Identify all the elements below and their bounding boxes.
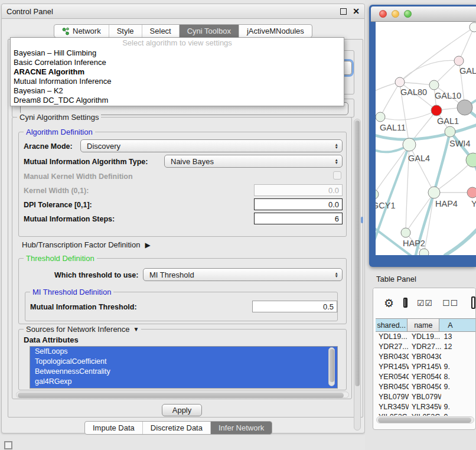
table-cell: 8. — [441, 372, 476, 382]
column-header[interactable]: name — [407, 319, 439, 331]
attr-list-scrollbar-thumb[interactable] — [330, 349, 334, 382]
dropdown-item[interactable]: Bayesian – K2 — [11, 86, 344, 96]
data-attribute-item[interactable]: SelfLoops — [30, 347, 337, 357]
dropdown-item[interactable]: Mutual Information Inference — [11, 77, 344, 86]
data-attributes-list[interactable]: SelfLoopsTopologicalCoefficientBetweenne… — [30, 346, 338, 389]
network-node[interactable] — [470, 22, 476, 32]
manual-kernel-width-label: Manual Kernel Width Definition — [24, 172, 133, 181]
network-node-label: GAL80 — [400, 87, 427, 97]
tab-label: Network — [73, 27, 101, 35]
export-table-icon[interactable] — [471, 296, 475, 309]
table-cell: YBR043C — [409, 352, 441, 362]
zoom-traffic-light-icon[interactable] — [404, 10, 412, 18]
tab-cyni-toolbox[interactable]: Cyni Toolbox — [179, 25, 239, 37]
table-row[interactable]: YDL19...YDL19...13 — [376, 332, 476, 342]
data-attribute-item[interactable]: BetweennessCentrality — [30, 367, 337, 377]
table-horizontal-scrollbar[interactable] — [376, 416, 474, 423]
select-all-checkboxes-icon[interactable]: ☑☑ — [417, 298, 433, 308]
table-cell: YLR345W — [409, 402, 441, 412]
table-row[interactable]: YLR345WYLR345W9. — [376, 402, 476, 412]
mi-steps-field[interactable]: 6 — [254, 213, 343, 224]
data-attribute-item[interactable]: TopologicalCoefficient — [30, 357, 337, 367]
network-node[interactable] — [428, 187, 440, 198]
kernel-width-field[interactable]: 0.0 — [254, 184, 343, 196]
tab-select[interactable]: Select — [142, 25, 179, 37]
sources-group-label: Sources for Network Inference — [26, 325, 130, 334]
aracne-mode-combobox[interactable]: Discovery ▲▼ — [80, 139, 343, 152]
dropdown-item[interactable]: ARACNE Algorithm — [11, 67, 344, 77]
settings-vertical-scrollbar-thumb[interactable] — [355, 120, 360, 386]
manual-kernel-width-checkbox[interactable] — [333, 171, 341, 180]
tab-network[interactable]: Network — [54, 25, 109, 37]
table-horizontal-scrollbar-thumb[interactable] — [378, 418, 471, 423]
dropdown-item[interactable]: Bayesian – Hill Climbing — [11, 48, 344, 58]
tab-impute-data[interactable]: Impute Data — [85, 422, 142, 434]
control-panel-title: Control Panel — [6, 7, 53, 16]
tab-discretize-data[interactable]: Discretize Data — [142, 422, 210, 434]
float-window-icon[interactable] — [340, 8, 347, 15]
node-table: shared...nameA YDL19...YDL19...13YDR27..… — [376, 318, 476, 416]
network-node[interactable] — [467, 187, 476, 198]
table-row[interactable]: YIL052CYIL052C9 — [376, 412, 476, 416]
attr-list-scrollbar[interactable] — [328, 347, 335, 386]
table-cell — [441, 392, 476, 402]
hub-definition-toggle[interactable]: Hub/Transcription Factor Definition ▶ — [22, 240, 151, 249]
table-row[interactable]: YBR043CYBR043C — [376, 352, 476, 362]
network-node[interactable] — [431, 105, 442, 116]
table-row[interactable]: YBL079WYBL079W — [376, 392, 476, 402]
tab-jactivemnodules[interactable]: jActiveMNodules — [239, 25, 312, 37]
cyni-algorithm-settings-group: Cyni Algorithm Settings Algorithm Defini… — [12, 117, 352, 399]
network-node[interactable] — [445, 126, 455, 137]
tab-infer-network[interactable]: Infer Network — [210, 422, 272, 434]
hub-definition-label: Hub/Transcription Factor Definition — [22, 240, 140, 249]
tab-style[interactable]: Style — [109, 25, 142, 37]
table-cell: YBR045C — [376, 382, 409, 392]
network-canvas[interactable]: GALGAL80GAL10GAL1GAL11SWI4GAL4GCY1HAP4YH… — [376, 22, 476, 255]
network-node[interactable] — [454, 56, 464, 66]
column-layout-icon[interactable] — [403, 298, 407, 308]
network-node[interactable] — [376, 112, 385, 122]
network-node[interactable] — [403, 138, 416, 151]
network-node[interactable] — [419, 249, 429, 255]
column-header[interactable]: shared... — [376, 319, 407, 331]
minimize-traffic-light-icon[interactable] — [392, 10, 399, 18]
table-cell: YPR145W — [376, 362, 409, 372]
settings-vertical-scrollbar[interactable] — [354, 119, 361, 431]
bottom-tabbar: Impute DataDiscretize DataInfer Network — [84, 421, 272, 435]
table-row[interactable]: YER054CYER054C8. — [376, 372, 476, 382]
dropdown-item[interactable]: Basic Correlation Inference — [11, 58, 344, 67]
control-panel-window: Control Panel ✕ NetworkStyleSelectCyni T… — [1, 4, 365, 433]
network-node[interactable] — [457, 100, 472, 115]
mi-threshold-group: MI Threshold Definition Mutual Informati… — [25, 292, 338, 321]
table-row[interactable]: YBR045CYBR045C9. — [376, 382, 476, 392]
column-header[interactable]: A — [439, 319, 476, 331]
network-node[interactable] — [429, 80, 439, 90]
sources-group-label-wrap[interactable]: Sources for Network Inference ▼ — [24, 325, 141, 334]
gear-icon[interactable]: ⚙ — [384, 296, 394, 309]
network-node[interactable] — [395, 77, 405, 87]
network-node[interactable] — [401, 228, 410, 237]
dpi-tolerance-field[interactable]: 0.0 — [254, 198, 343, 210]
table-row[interactable]: YPR145WYPR145W9. — [376, 362, 476, 372]
table-cell: 9. — [441, 402, 476, 412]
table-cell: 9. — [441, 362, 476, 372]
data-attribute-item[interactable]: gal4RGexp — [30, 377, 337, 387]
table-row[interactable]: YDR27...YDR27...12 — [376, 342, 476, 352]
table-body: YDL19...YDL19...13YDR27...YDR27...12YBR0… — [376, 332, 476, 416]
dock-widget-icon[interactable] — [4, 441, 12, 449]
mi-algorithm-type-combobox[interactable]: Naive Bayes ▲▼ — [164, 155, 343, 168]
settings-horizontal-scrollbar-thumb[interactable] — [18, 393, 344, 398]
apply-button[interactable]: Apply — [162, 404, 202, 416]
close-icon[interactable]: ✕ — [353, 8, 360, 15]
splitter-handle[interactable] — [361, 217, 363, 223]
algorithm-dropdown: Select algorithm to view settings Bayesi… — [10, 37, 344, 106]
close-traffic-light-icon[interactable] — [379, 10, 387, 18]
settings-horizontal-scrollbar[interactable] — [16, 392, 349, 398]
deselect-all-checkboxes-icon[interactable]: ☐☐ — [442, 298, 458, 308]
which-threshold-combobox[interactable]: MI Threshold ▲▼ — [143, 268, 343, 281]
network-node[interactable] — [376, 190, 379, 199]
tab-label: Style — [117, 27, 134, 35]
dropdown-item[interactable]: Dream8 DC_TDC Algorithm — [11, 96, 344, 105]
network-node-label: GAL4 — [408, 154, 430, 163]
mi-threshold-field[interactable]: 0.5 — [252, 301, 337, 312]
